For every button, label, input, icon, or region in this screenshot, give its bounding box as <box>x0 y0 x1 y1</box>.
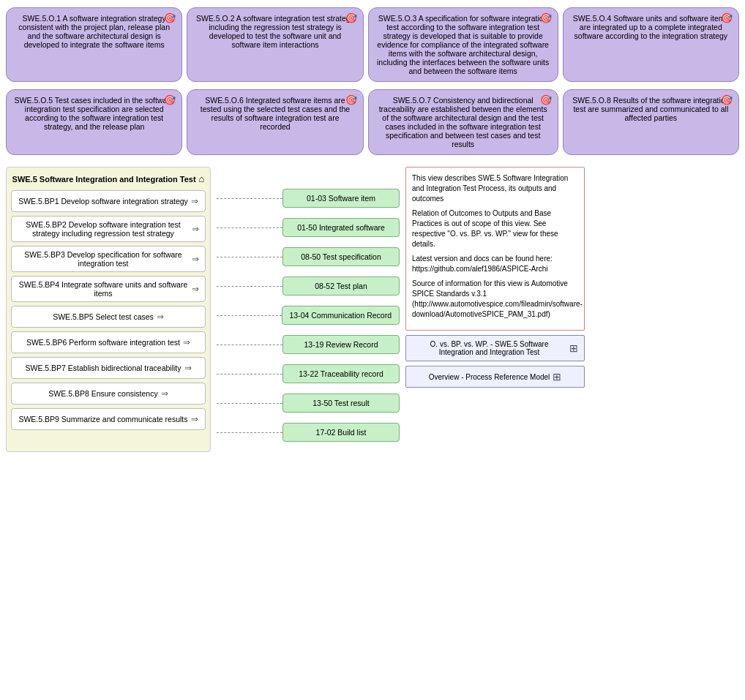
output-row-7: 13-22 Traceability record <box>217 364 400 383</box>
bp5-label: SWE.5.BP5 Select test cases <box>53 312 154 321</box>
outcome-card-1: 🎯 SWE.5.O.1 A software integration strat… <box>6 7 182 82</box>
link2-label: Overview - Process Reference Model <box>429 373 550 381</box>
outcome-text-6: SWE.5.O.6 Integrated software items are … <box>201 96 350 131</box>
bp3-label: SWE.5.BP3 Develop specification for soft… <box>18 250 189 268</box>
output-box-3: 08-50 Test specification <box>282 247 400 266</box>
process-panel: SWE.5 Software Integration and Integrati… <box>6 167 211 452</box>
link-box-1[interactable]: O. vs. BP. vs. WP. - SWE.5 Software Inte… <box>405 335 585 361</box>
grid-icon-1: ⊞ <box>569 342 578 354</box>
process-title: SWE.5 Software Integration and Integrati… <box>11 173 206 184</box>
link-box-2[interactable]: Overview - Process Reference Model ⊞ <box>405 366 585 388</box>
bp-item-6: SWE.5.BP6 Perform software integration t… <box>11 331 206 353</box>
info-description-text: This view describes SWE.5 Software Integ… <box>412 173 578 320</box>
grid-icon-2: ⊞ <box>553 371 561 383</box>
output-label-5: 13-04 Communication Record <box>290 311 392 320</box>
bp-item-3: SWE.5.BP3 Develop specification for soft… <box>11 246 206 272</box>
bp4-label: SWE.5.BP4 Integrate software units and s… <box>18 280 189 298</box>
target-icon-6: 🎯 <box>345 94 357 105</box>
dashed-connector-4 <box>217 286 282 287</box>
output-row-6: 13-19 Review Record <box>217 335 400 354</box>
dashed-connector-6 <box>217 345 282 345</box>
output-label-9: 17-02 Build list <box>316 428 367 437</box>
arrow-icon-2: ⇒ <box>192 224 199 234</box>
outcome-card-8: 🎯 SWE.5.O.8 Results of the software inte… <box>563 89 739 155</box>
output-label-3: 08-50 Test specification <box>301 252 381 261</box>
outcomes-row1: 🎯 SWE.5.O.1 A software integration strat… <box>0 0 745 85</box>
target-icon-2: 🎯 <box>345 12 357 23</box>
output-row-1: 01-03 Software item <box>217 189 400 208</box>
target-icon-5: 🎯 <box>164 94 176 105</box>
target-icon-8: 🎯 <box>721 94 733 105</box>
bp-item-2: SWE.5.BP2 Develop software integration t… <box>11 216 206 242</box>
output-box-6: 13-19 Review Record <box>282 335 400 354</box>
target-icon-1: 🎯 <box>164 12 176 23</box>
target-icon-7: 🎯 <box>540 94 552 105</box>
bp8-label: SWE.5.BP8 Ensure consistency <box>48 389 157 398</box>
arrow-icon-3: ⇒ <box>192 254 199 264</box>
arrow-icon-9: ⇒ <box>191 414 198 424</box>
outcome-text-1: SWE.5.O.1 A software integration strateg… <box>18 14 170 49</box>
dashed-connector-3 <box>217 257 282 257</box>
outcome-card-4: 🎯 SWE.5.O.4 Software units and software … <box>563 7 739 82</box>
output-box-5: 13-04 Communication Record <box>282 306 400 325</box>
dashed-connector-7 <box>217 374 282 375</box>
bp-item-9: SWE.5.BP9 Summarize and communicate resu… <box>11 408 206 430</box>
bp-item-5: SWE.5.BP5 Select test cases ⇒ <box>11 306 206 328</box>
info-description-box: This view describes SWE.5 Software Integ… <box>405 167 585 331</box>
outcomes-row2: 🎯 SWE.5.O.5 Test cases included in the s… <box>0 85 745 155</box>
house-icon: ⌂ <box>199 173 205 184</box>
output-label-7: 13-22 Traceability record <box>299 369 383 378</box>
link1-label: O. vs. BP. vs. WP. - SWE.5 Software Inte… <box>412 340 566 356</box>
bp7-label: SWE.5.BP7 Establish bidirectional tracea… <box>25 364 181 372</box>
outcome-text-7: SWE.5.O.7 Consistency and bidirectional … <box>379 96 547 148</box>
process-title-text: SWE.5 Software Integration and Integrati… <box>12 175 196 184</box>
arrow-icon-5: ⇒ <box>157 312 164 322</box>
output-row-2: 01-50 Integrated software <box>217 218 400 237</box>
output-label-4: 08-52 Test plan <box>315 282 367 290</box>
bp-item-4: SWE.5.BP4 Integrate software units and s… <box>11 276 206 302</box>
target-icon-3: 🎯 <box>540 12 552 23</box>
outcome-card-6: 🎯 SWE.5.O.6 Integrated software items ar… <box>187 89 363 155</box>
output-row-4: 08-52 Test plan <box>217 276 400 296</box>
arrow-icon-6: ⇒ <box>183 337 190 347</box>
arrow-icon-8: ⇒ <box>161 388 168 399</box>
outcome-card-5: 🎯 SWE.5.O.5 Test cases included in the s… <box>6 89 182 155</box>
bp-item-8: SWE.5.BP8 Ensure consistency ⇒ <box>11 383 206 404</box>
outcome-card-3: 🎯 SWE.5.O.3 A specification for software… <box>368 7 558 82</box>
dashed-connector-9 <box>217 432 282 433</box>
dashed-connector-8 <box>217 403 282 404</box>
outputs-section: 01-03 Software item 01-50 Integrated sof… <box>217 167 400 452</box>
output-box-9: 17-02 Build list <box>282 423 400 442</box>
output-label-6: 13-19 Review Record <box>304 340 378 349</box>
output-box-1: 01-03 Software item <box>282 189 400 208</box>
target-icon-4: 🎯 <box>721 12 733 23</box>
outcome-card-7: 🎯 SWE.5.O.7 Consistency and bidirectiona… <box>368 89 558 155</box>
outcome-text-3: SWE.5.O.3 A specification for software i… <box>377 14 549 75</box>
arrow-icon-7: ⇒ <box>184 363 192 373</box>
output-row-3: 08-50 Test specification <box>217 247 400 266</box>
outcome-text-4: SWE.5.O.4 Software units and software it… <box>573 14 729 40</box>
bp6-label: SWE.5.BP6 Perform software integration t… <box>26 338 180 347</box>
outcome-text-5: SWE.5.O.5 Test cases included in the sof… <box>15 96 174 131</box>
arrow-icon-4: ⇒ <box>192 284 199 294</box>
dashed-connector-5 <box>217 315 282 316</box>
bp-item-1: SWE.5.BP1 Develop software integration s… <box>11 190 206 212</box>
output-row-5: 13-04 Communication Record <box>217 306 400 325</box>
output-label-2: 01-50 Integrated software <box>297 223 385 232</box>
info-panel: This view describes SWE.5 Software Integ… <box>405 167 585 452</box>
output-box-2: 01-50 Integrated software <box>282 218 400 237</box>
output-label-8: 13-50 Test result <box>312 399 369 407</box>
dashed-connector-2 <box>217 227 282 228</box>
arrow-icon-1: ⇒ <box>191 196 198 206</box>
output-row-9: 17-02 Build list <box>217 423 400 442</box>
output-box-7: 13-22 Traceability record <box>282 364 400 383</box>
output-box-8: 13-50 Test result <box>282 394 400 413</box>
outcome-text-2: SWE.5.O.2 A software integration test st… <box>196 14 354 49</box>
output-row-8: 13-50 Test result <box>217 394 400 413</box>
dashed-connector-1 <box>217 198 282 199</box>
outcome-card-2: 🎯 SWE.5.O.2 A software integration test … <box>187 7 363 82</box>
main-section: SWE.5 Software Integration and Integrati… <box>0 159 745 459</box>
bp1-label: SWE.5.BP1 Develop software integration s… <box>18 197 188 206</box>
bp2-label: SWE.5.BP2 Develop software integration t… <box>18 220 189 238</box>
output-label-1: 01-03 Software item <box>307 194 375 203</box>
